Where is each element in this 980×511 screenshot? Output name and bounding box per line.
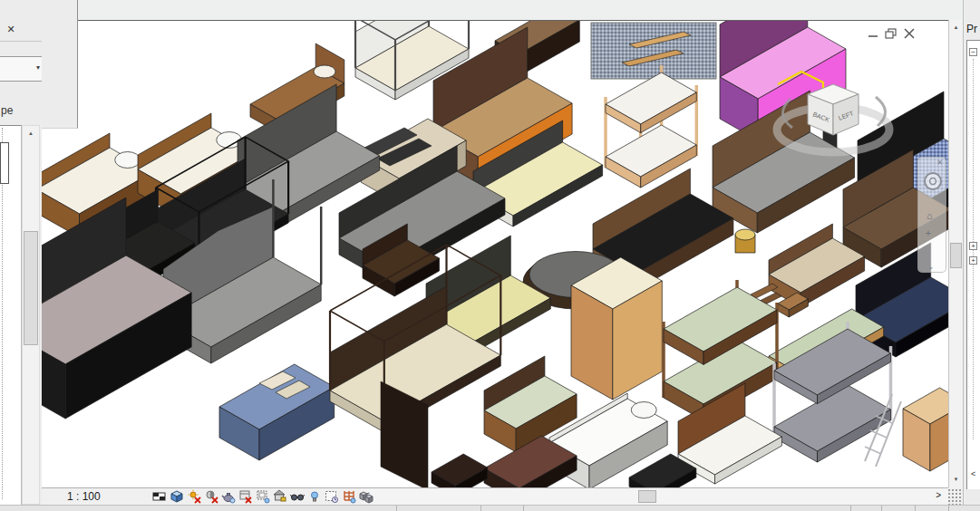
detail-level-icon[interactable] [152,489,168,505]
status-bar [0,505,980,511]
view-vertical-scrollbar[interactable]: ▲ ▼ [948,20,963,487]
navigation-bar[interactable]: ✕ ⌂ + ⌄ [917,157,946,273]
temporary-view-properties-icon[interactable] [325,489,340,505]
displacement-sets-icon[interactable] [359,489,374,505]
status-segment-divider [881,506,882,511]
view-control-bar: 1 : 100 [42,487,361,505]
scroll-right-arrow-icon[interactable]: > [936,490,941,500]
tree-expand-icon[interactable]: + [969,256,977,265]
chevron-down-icon[interactable]: ⌄ [927,262,935,271]
view-horizontal-scrollbar[interactable]: < > [361,487,948,505]
visual-style-icon[interactable] [170,489,185,505]
viewcube[interactable]: BACK LEFT [771,73,903,187]
steering-wheel-icon[interactable] [922,170,944,192]
zoom-icon[interactable]: + [926,228,931,238]
scrollbar-thumb[interactable] [24,231,38,345]
browser-tree-area[interactable]: − + + < [966,40,980,489]
scroll-up-arrow-icon[interactable]: ▲ [949,21,963,34]
minimize-button[interactable] [867,28,879,39]
scrollbar-thumb[interactable] [950,243,962,268]
navbar-close-icon[interactable]: ✕ [936,159,943,167]
tree-collapse-icon[interactable]: − [969,48,977,56]
scroll-left-arrow-icon[interactable]: < [971,469,975,478]
rendering-dialog-icon[interactable] [221,489,237,505]
restore-button[interactable] [885,28,898,39]
round-stool[interactable] [735,229,755,253]
shadows-icon[interactable] [204,489,219,505]
type-label-fragment: pe [1,104,13,117]
view-window-controls [867,28,916,39]
crop-region-icon[interactable] [256,489,271,505]
status-segment-divider [915,506,916,511]
scroll-up-arrow-icon[interactable]: ▲ [23,126,39,140]
scrollbar-thumb[interactable] [638,490,656,503]
sun-path-icon[interactable] [187,489,202,505]
project-browser-edge: Pr − + + < [965,0,980,511]
status-segment-divider [948,506,949,511]
status-segment-divider [396,506,397,511]
home-icon[interactable]: ⌂ [927,210,933,221]
panel-divider [963,0,964,511]
analytical-model-icon[interactable] [342,489,357,505]
status-segment-divider [523,506,524,511]
scale-button[interactable]: 1 : 100 [67,490,101,503]
reveal-hidden-lightbulb-icon[interactable] [307,489,323,505]
blue-mattress-bed[interactable] [219,364,335,460]
tree-expand-icon[interactable]: + [969,242,977,250]
palette-list-area[interactable] [0,125,22,505]
tan-wardrobe-unit[interactable] [571,257,662,400]
resize-grip[interactable] [948,487,963,505]
hide-isolate-glasses-icon[interactable] [290,489,306,505]
palette-divider [0,41,42,42]
revit-window: ✕ ▾ pe ▲ [0,0,980,511]
crop-view-icon[interactable] [238,489,254,505]
list-item-box[interactable] [0,142,9,184]
palette-close-button[interactable]: ✕ [4,22,18,36]
dark-red-bed-piece[interactable] [432,454,488,487]
tan-cabinet-right[interactable] [903,388,948,471]
textured-render-bed[interactable] [591,23,716,79]
close-button[interactable] [903,28,916,39]
status-segment-divider [850,506,851,511]
palette-vertical-scrollbar[interactable]: ▲ [22,125,40,505]
scroll-down-arrow-icon[interactable]: ▼ [949,473,963,487]
3d-view-canvas[interactable]: BACK LEFT ✕ ⌂ + ⌄ [42,20,948,487]
type-selector-combo[interactable]: ▾ [0,56,42,82]
panel-title-fragment: Pr [966,23,977,35]
status-segment-divider [480,506,481,511]
wood-loft-bunk[interactable] [606,65,696,188]
unlocked-3d-view-icon[interactable] [273,489,288,505]
palette-header-block [42,0,78,129]
properties-palette-edge: ✕ ▾ pe ▲ [0,0,42,505]
chevron-down-icon[interactable]: ▾ [36,63,40,72]
